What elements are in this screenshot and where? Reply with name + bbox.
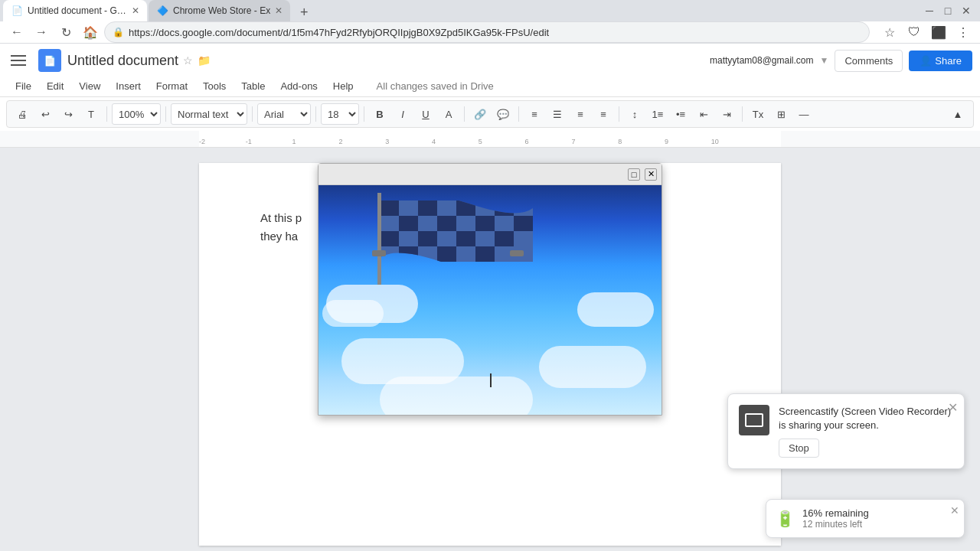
zoom-select[interactable]: 100% — [112, 103, 161, 125]
svg-rect-4 — [495, 201, 514, 216]
svg-rect-15 — [475, 246, 495, 262]
screencast-text-area: Screencastify (Screen Video Recorder) is… — [779, 405, 953, 458]
screencast-record-icon — [745, 413, 763, 427]
tab-2[interactable]: 🔷 Chrome Web Store - Ex ✕ — [149, 0, 290, 21]
new-tab-btn[interactable]: + — [293, 3, 315, 21]
style-select[interactable]: Normal text — [171, 103, 247, 125]
doc-title[interactable]: Untitled document — [67, 53, 178, 69]
more-btn[interactable]: — — [793, 103, 815, 125]
screencastify-notification: Screencastify (Screen Video Recorder) is… — [727, 393, 965, 469]
back-btn[interactable]: ← — [6, 21, 28, 43]
minimize-btn[interactable]: ─ — [923, 5, 936, 17]
numbered-list-btn[interactable]: 1≡ — [647, 103, 668, 125]
menu-file[interactable]: File — [8, 77, 39, 95]
print-btn[interactable]: 🖨 — [11, 103, 33, 125]
dropdown-icon[interactable]: ▼ — [820, 55, 829, 66]
window-controls: ─ □ ✕ — [923, 5, 972, 17]
table-btn[interactable]: ⊞ — [770, 103, 792, 125]
divider9 — [742, 106, 743, 122]
address-bar[interactable]: 🔒 https://docs.google.com/document/d/1f5… — [104, 21, 870, 43]
undo-btn[interactable]: ↩ — [34, 103, 56, 125]
divider7 — [518, 106, 519, 122]
link-btn[interactable]: 🔗 — [469, 103, 491, 125]
close-window-btn[interactable]: ✕ — [960, 5, 972, 17]
tab1-favicon: 📄 — [11, 5, 23, 17]
svg-rect-18 — [510, 250, 524, 256]
tab2-title: Chrome Web Store - Ex — [173, 5, 270, 16]
divider2 — [165, 106, 166, 122]
battery-percent: 16% remaining — [802, 507, 955, 519]
svg-rect-16 — [377, 193, 381, 285]
italic-btn[interactable]: I — [392, 103, 413, 125]
svg-rect-6 — [437, 216, 456, 231]
extension2-btn[interactable]: ⬛ — [928, 21, 949, 43]
collapse-toolbar-btn[interactable]: ▲ — [947, 103, 969, 125]
menu-bar: File Edit View Insert Format Tools Table… — [8, 76, 972, 96]
menu-btn[interactable]: ⋮ — [952, 21, 974, 43]
battery-close-btn[interactable]: ✕ — [950, 504, 959, 517]
paint-format-btn[interactable]: T — [80, 103, 102, 125]
divider6 — [464, 106, 465, 122]
tab2-close[interactable]: ✕ — [275, 5, 283, 16]
align-left-btn[interactable]: ≡ — [524, 103, 545, 125]
bullet-list-btn[interactable]: •≡ — [670, 103, 691, 125]
forward-btn[interactable]: → — [31, 21, 52, 43]
share-btn[interactable]: 👤 Share — [909, 51, 972, 71]
comments-btn[interactable]: Comments — [835, 50, 903, 72]
svg-rect-13 — [399, 246, 418, 262]
justify-btn[interactable]: ≡ — [593, 103, 614, 125]
comment-btn[interactable]: 💬 — [492, 103, 514, 125]
svg-rect-11 — [456, 231, 475, 246]
tab-1[interactable]: 📄 Untitled document - Goo ✕ — [3, 0, 147, 21]
menu-tools[interactable]: Tools — [195, 77, 234, 95]
bookmark-btn[interactable]: ☆ — [879, 21, 900, 43]
menu-edit[interactable]: Edit — [39, 77, 71, 95]
share-people-icon: 👤 — [920, 55, 932, 67]
home-btn[interactable]: 🏠 — [80, 21, 101, 43]
indent-increase-btn[interactable]: ⇥ — [716, 103, 737, 125]
line-spacing-btn[interactable]: ↕ — [624, 103, 645, 125]
format-toolbar: 🖨 ↩ ↪ T 100% Normal text Arial 18 B I U — [6, 100, 974, 128]
align-center-btn[interactable]: ☰ — [547, 103, 568, 125]
stop-btn[interactable]: Stop — [779, 439, 819, 458]
float-restore-btn[interactable]: □ — [628, 168, 640, 181]
docs-title-row: 📄 Untitled document ☆ 📁 mattyytam08@gmai… — [8, 48, 972, 76]
float-close-btn[interactable]: ✕ — [645, 168, 657, 181]
battery-notification: 🔋 16% remaining 12 minutes left ✕ — [766, 499, 965, 538]
menu-table[interactable]: Table — [234, 77, 273, 95]
checkered-flag — [364, 193, 548, 285]
underline-btn[interactable]: U — [415, 103, 436, 125]
menu-insert[interactable]: Insert — [108, 77, 149, 95]
tab1-title: Untitled document - Goo — [28, 5, 127, 16]
extension1-btn[interactable]: 🛡 — [903, 21, 925, 43]
svg-rect-1 — [380, 201, 399, 216]
star-icon[interactable]: ☆ — [183, 54, 193, 67]
font-select[interactable]: Arial — [257, 103, 311, 125]
folder-icon[interactable]: 📁 — [198, 54, 211, 67]
reload-btn[interactable]: ↻ — [55, 21, 77, 43]
redo-btn[interactable]: ↪ — [57, 103, 79, 125]
screencast-app-icon — [739, 405, 769, 435]
text-color-btn[interactable]: A — [438, 103, 459, 125]
align-right-btn[interactable]: ≡ — [570, 103, 591, 125]
tab1-close[interactable]: ✕ — [132, 5, 139, 16]
cloud-right — [577, 292, 654, 327]
clear-format-btn[interactable]: Tx — [747, 103, 769, 125]
nav-bar: ← → ↻ 🏠 🔒 https://docs.google.com/docume… — [0, 21, 980, 44]
indent-decrease-btn[interactable]: ⇤ — [693, 103, 714, 125]
hamburger-menu[interactable] — [8, 48, 32, 73]
divider5 — [364, 106, 364, 122]
menu-format[interactable]: Format — [149, 77, 195, 95]
screencast-title: Screencastify (Screen Video Recorder) is… — [779, 405, 953, 432]
ruler-inner: -2 -1 1 2 3 4 5 6 7 8 9 10 — [199, 131, 781, 147]
menu-help[interactable]: Help — [325, 77, 361, 95]
menu-addons[interactable]: Add-ons — [273, 77, 325, 95]
menu-view[interactable]: View — [71, 77, 108, 95]
nav-right-buttons: ☆ 🛡 ⬛ ⋮ — [879, 21, 974, 43]
maximize-btn[interactable]: □ — [942, 5, 954, 17]
size-select[interactable]: 18 — [321, 103, 359, 125]
svg-rect-10 — [418, 231, 437, 246]
bold-btn[interactable]: B — [369, 103, 390, 125]
screencast-close-btn[interactable]: ✕ — [948, 400, 958, 415]
cloud-center — [380, 377, 533, 415]
